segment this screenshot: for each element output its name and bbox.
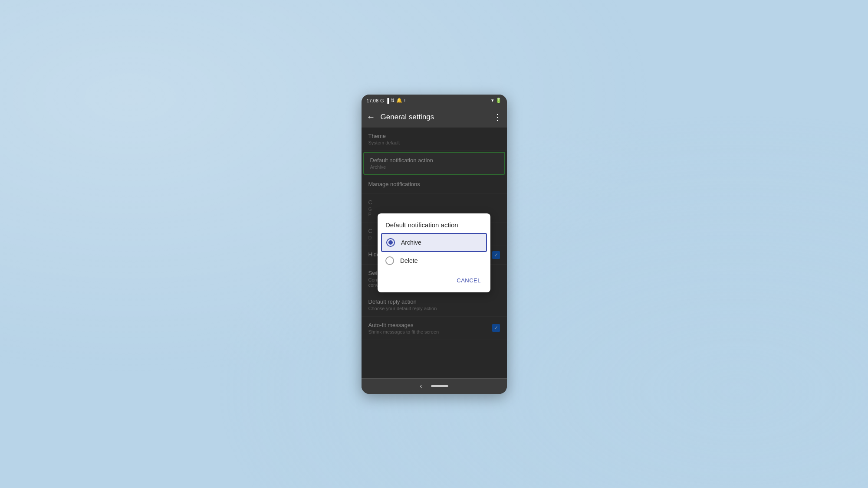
archive-radio[interactable] bbox=[386, 238, 395, 247]
dialog-options: Archive Delete bbox=[378, 233, 490, 271]
signal-icon: ▐ bbox=[386, 98, 389, 103]
app-bar: ← General settings ⋮ bbox=[362, 107, 507, 128]
battery-icon: 🔋 bbox=[496, 98, 502, 103]
page-title: General settings bbox=[381, 113, 488, 121]
g-icon: G bbox=[380, 98, 384, 103]
battery-low-icon: ! bbox=[404, 98, 405, 103]
dialog-overlay: Default notification action Archive bbox=[362, 128, 507, 378]
back-nav-icon[interactable]: ‹ bbox=[420, 382, 422, 390]
archive-option[interactable]: Archive bbox=[381, 233, 487, 252]
bottom-nav: ‹ bbox=[362, 378, 507, 394]
delete-label: Delete bbox=[400, 257, 418, 264]
notification-action-dialog: Default notification action Archive bbox=[378, 213, 490, 292]
wifi-icon: ▾ bbox=[491, 98, 494, 103]
notification-icon: 🔔 bbox=[396, 98, 402, 103]
cancel-button[interactable]: Cancel bbox=[451, 274, 486, 287]
archive-label: Archive bbox=[401, 239, 421, 246]
back-icon[interactable]: ← bbox=[367, 112, 375, 122]
archive-radio-inner bbox=[388, 240, 393, 245]
status-bar: 17:08 G ▐ ⇅ 🔔 ! ▾ 🔋 bbox=[362, 95, 507, 107]
delete-option[interactable]: Delete bbox=[381, 252, 487, 269]
more-menu-icon[interactable]: ⋮ bbox=[493, 112, 502, 122]
data-icon: ⇅ bbox=[391, 98, 395, 103]
phone-frame: 17:08 G ▐ ⇅ 🔔 ! ▾ 🔋 ← General settings ⋮… bbox=[362, 95, 507, 394]
dialog-title: Default notification action bbox=[378, 213, 490, 233]
status-right: ▾ 🔋 bbox=[491, 98, 502, 103]
home-pill[interactable] bbox=[431, 385, 448, 387]
delete-radio[interactable] bbox=[385, 256, 394, 265]
settings-content: Theme System default Default notificatio… bbox=[362, 128, 507, 378]
status-left: 17:08 G ▐ ⇅ 🔔 ! bbox=[367, 98, 405, 103]
time-display: 17:08 bbox=[367, 98, 379, 103]
dialog-actions: Cancel bbox=[378, 271, 490, 292]
